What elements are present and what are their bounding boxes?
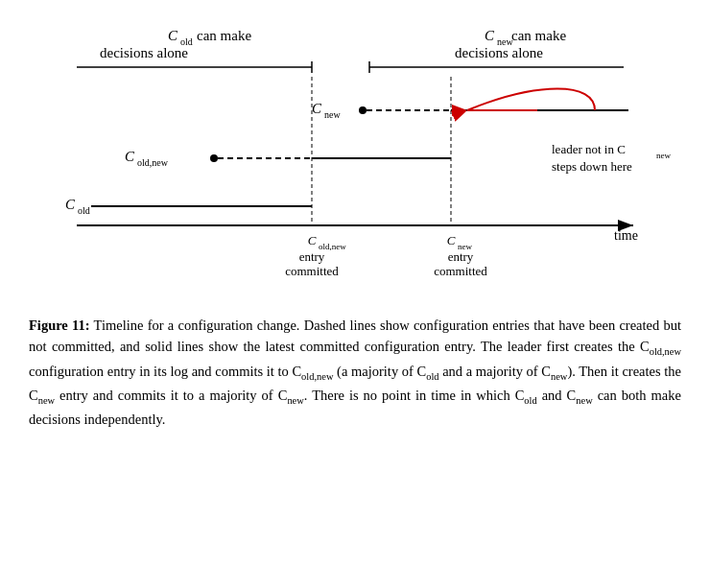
svg-text:leader not in C: leader not in C — [552, 142, 626, 156]
svg-text:C: C — [168, 28, 178, 43]
svg-text:C: C — [125, 149, 135, 164]
svg-text:committed: committed — [285, 264, 339, 278]
svg-text:old,new: old,new — [137, 157, 169, 168]
timeline-diagram: C old can make decisions alone C new can… — [29, 19, 681, 297]
svg-text:entry: entry — [448, 249, 474, 264]
figure-caption: Figure 11: Timeline for a configuration … — [29, 315, 681, 430]
svg-text:steps down here: steps down here — [552, 159, 632, 174]
svg-text:old: old — [78, 205, 90, 216]
figure-label: Figure 11: — [29, 318, 90, 333]
svg-text:new: new — [324, 109, 341, 120]
svg-text:C: C — [65, 197, 76, 212]
svg-point-26 — [210, 154, 218, 162]
svg-text:C: C — [312, 101, 322, 116]
svg-text:C: C — [308, 233, 317, 247]
svg-text:decisions alone: decisions alone — [455, 45, 543, 60]
svg-text:time: time — [614, 228, 638, 243]
svg-point-16 — [359, 106, 367, 114]
svg-text:C: C — [485, 28, 495, 43]
svg-text:decisions alone: decisions alone — [100, 45, 188, 60]
diagram-container: C old can make decisions alone C new can… — [29, 19, 681, 297]
svg-text:can make: can make — [511, 28, 566, 43]
svg-text:entry: entry — [299, 249, 325, 264]
svg-text:C: C — [447, 233, 456, 247]
svg-text:committed: committed — [434, 264, 487, 278]
svg-text:can make: can make — [197, 28, 251, 43]
svg-text:new: new — [656, 151, 671, 160]
